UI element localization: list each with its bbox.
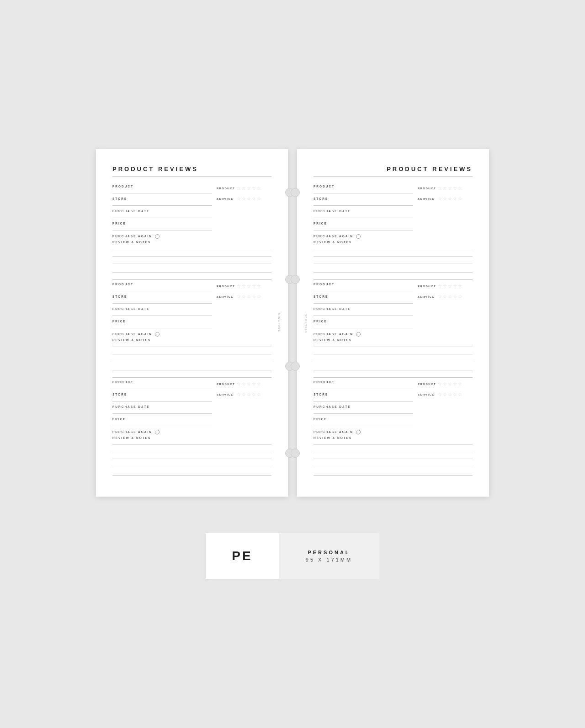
star-5: ☆ bbox=[257, 196, 261, 201]
right-page-title: PRODUCT REVIEWS bbox=[314, 166, 473, 172]
service-rating-label-r1: SERVICE bbox=[418, 198, 436, 200]
service-stars-r2: ☆ ☆ ☆ ☆ ☆ bbox=[438, 294, 462, 299]
product-rating-2: PRODUCT ☆ ☆ ☆ ☆ ☆ bbox=[217, 284, 271, 289]
store-label-1: STORE bbox=[112, 197, 212, 200]
notes-line-2b bbox=[112, 350, 271, 354]
service-rating-label-1: SERVICE bbox=[217, 198, 235, 200]
review-r3-fields: PRODUCT STORE PURCHASE DATE PRICE PURCHA… bbox=[314, 380, 413, 434]
store-line-3 bbox=[112, 397, 212, 401]
product-stars-r3: ☆ ☆ ☆ ☆ ☆ bbox=[438, 381, 462, 386]
purchase-date-line-r3 bbox=[314, 409, 413, 414]
review-3-fields: PRODUCT STORE PURCHASE DATE PRICE PURCHA… bbox=[112, 380, 212, 434]
extra-line-1 bbox=[112, 268, 271, 273]
purchase-again-check-r2[interactable] bbox=[356, 332, 361, 337]
extra-line-r5 bbox=[314, 464, 473, 468]
review-r3-main: PRODUCT STORE PURCHASE DATE PRICE PURCHA… bbox=[314, 380, 473, 434]
product-rating-label-r2: PRODUCT bbox=[418, 285, 436, 288]
section-divider-r1 bbox=[314, 263, 473, 263]
purchase-again-check-2[interactable] bbox=[155, 332, 160, 337]
store-label-r1: STORE bbox=[314, 197, 413, 200]
service-rating-1: SERVICE ☆ ☆ ☆ ☆ ☆ bbox=[217, 196, 271, 201]
purchase-again-label-r3: PURCHASE AGAIN bbox=[314, 430, 353, 434]
purchase-date-line-1 bbox=[112, 214, 212, 218]
purchase-again-check-1[interactable] bbox=[155, 234, 160, 239]
section-divider-2 bbox=[112, 361, 271, 361]
star-1: ☆ bbox=[237, 186, 241, 191]
purchase-date-label-r2: PURCHASE DATE bbox=[314, 307, 413, 310]
review-r1-ratings: PRODUCT ☆ ☆ ☆ ☆ ☆ SERVICE ☆ ☆ bbox=[418, 185, 473, 239]
product-line-r2 bbox=[314, 287, 413, 291]
service-stars-2: ☆ ☆ ☆ ☆ ☆ bbox=[237, 294, 261, 299]
notes-line-3b bbox=[112, 448, 271, 452]
purchase-again-label-3: PURCHASE AGAIN bbox=[112, 430, 152, 434]
hole-punches-right bbox=[291, 149, 300, 497]
review-1-main: PRODUCT STORE PURCHASE DATE PRICE PURCHA… bbox=[112, 185, 271, 239]
purchase-again-check-r3[interactable] bbox=[356, 430, 361, 434]
store-line-r3 bbox=[314, 397, 413, 401]
purchase-date-line-2 bbox=[112, 311, 212, 316]
review-block-r1: PRODUCT STORE PURCHASE DATE PRICE PURCHA… bbox=[314, 185, 473, 257]
product-rating-label-3: PRODUCT bbox=[217, 383, 235, 385]
hole-r4 bbox=[291, 449, 300, 458]
store-line-2 bbox=[112, 299, 212, 304]
review-block-1: PRODUCT STORE PURCHASE DATE PRICE PURCHA… bbox=[112, 185, 271, 257]
review-3-ratings: PRODUCT ☆ ☆ ☆ ☆ ☆ SERVICE ☆ ☆ bbox=[217, 380, 271, 434]
extra-line-r1 bbox=[314, 268, 473, 273]
product-stars-1: ☆ ☆ ☆ ☆ ☆ bbox=[237, 186, 261, 191]
notes-line-3 bbox=[112, 440, 271, 445]
hole-r1 bbox=[291, 188, 300, 197]
product-line-r1 bbox=[314, 189, 413, 193]
product-rating-3: PRODUCT ☆ ☆ ☆ ☆ ☆ bbox=[217, 381, 271, 386]
label-info-box: PERSONAL 95 X 171MM bbox=[279, 533, 379, 579]
review-notes-label-3: REVIEW & NOTES bbox=[112, 436, 271, 439]
star-4: ☆ bbox=[252, 186, 256, 191]
store-line-r1 bbox=[314, 201, 413, 206]
price-line-r3 bbox=[314, 422, 413, 426]
purchase-again-check-r1[interactable] bbox=[356, 234, 361, 239]
section-divider-r3 bbox=[314, 459, 473, 459]
product-rating-label-r1: PRODUCT bbox=[418, 187, 436, 190]
right-page: PRODUCT REVIEWS PRODUCT STORE PURCHASE D… bbox=[297, 149, 489, 497]
product-label-r1: PRODUCT bbox=[314, 185, 413, 188]
price-line-r1 bbox=[314, 226, 413, 230]
pages-container: PRODUCT REVIEWS PRODUCT STORE PURCHASE D… bbox=[96, 149, 489, 497]
store-line-1 bbox=[112, 201, 212, 206]
service-rating-label-3: SERVICE bbox=[217, 393, 235, 396]
extra-lines-r3 bbox=[314, 464, 473, 476]
left-page-title: PRODUCT REVIEWS bbox=[112, 166, 271, 172]
extra-lines-3 bbox=[112, 464, 271, 476]
store-label-3: STORE bbox=[112, 393, 212, 396]
purchase-again-row-3: PURCHASE AGAIN bbox=[112, 430, 212, 434]
service-stars-1: ☆ ☆ ☆ ☆ ☆ bbox=[237, 196, 261, 201]
spine-text-right: RINGTRUE bbox=[304, 313, 307, 332]
extra-lines-r1 bbox=[314, 268, 473, 280]
review-r2-fields: PRODUCT STORE PURCHASE DATE PRICE PURCHA… bbox=[314, 283, 413, 337]
review-block-2: PRODUCT STORE PURCHASE DATE PRICE PURCHA… bbox=[112, 283, 271, 354]
title-divider-left bbox=[112, 176, 271, 177]
price-label-r1: PRICE bbox=[314, 222, 413, 225]
service-rating-label-r3: SERVICE bbox=[418, 393, 436, 396]
extra-line-r3 bbox=[314, 366, 473, 370]
product-rating-r1: PRODUCT ☆ ☆ ☆ ☆ ☆ bbox=[418, 186, 473, 191]
purchase-again-label-1: PURCHASE AGAIN bbox=[112, 235, 152, 238]
star-5: ☆ bbox=[257, 186, 261, 191]
product-rating-label-2: PRODUCT bbox=[217, 285, 235, 288]
price-line-r2 bbox=[314, 324, 413, 328]
hole-r2 bbox=[291, 275, 300, 284]
product-rating-label-r3: PRODUCT bbox=[418, 383, 436, 385]
purchase-date-line-3 bbox=[112, 409, 212, 414]
purchase-again-row-2: PURCHASE AGAIN bbox=[112, 332, 212, 337]
star-2: ☆ bbox=[242, 196, 246, 201]
service-rating-r1: SERVICE ☆ ☆ ☆ ☆ ☆ bbox=[418, 196, 473, 201]
service-stars-r3: ☆ ☆ ☆ ☆ ☆ bbox=[438, 392, 462, 397]
star-4: ☆ bbox=[252, 196, 256, 201]
star-1: ☆ bbox=[237, 196, 241, 201]
service-rating-2: SERVICE ☆ ☆ ☆ ☆ ☆ bbox=[217, 294, 271, 299]
purchase-again-label-2: PURCHASE AGAIN bbox=[112, 332, 152, 336]
purchase-date-line-r2 bbox=[314, 311, 413, 316]
purchase-again-check-3[interactable] bbox=[155, 430, 160, 434]
purchase-date-label-2: PURCHASE DATE bbox=[112, 307, 212, 310]
price-line-2 bbox=[112, 324, 212, 328]
review-2-fields: PRODUCT STORE PURCHASE DATE PRICE PURCHA… bbox=[112, 283, 212, 337]
store-label-2: STORE bbox=[112, 295, 212, 298]
